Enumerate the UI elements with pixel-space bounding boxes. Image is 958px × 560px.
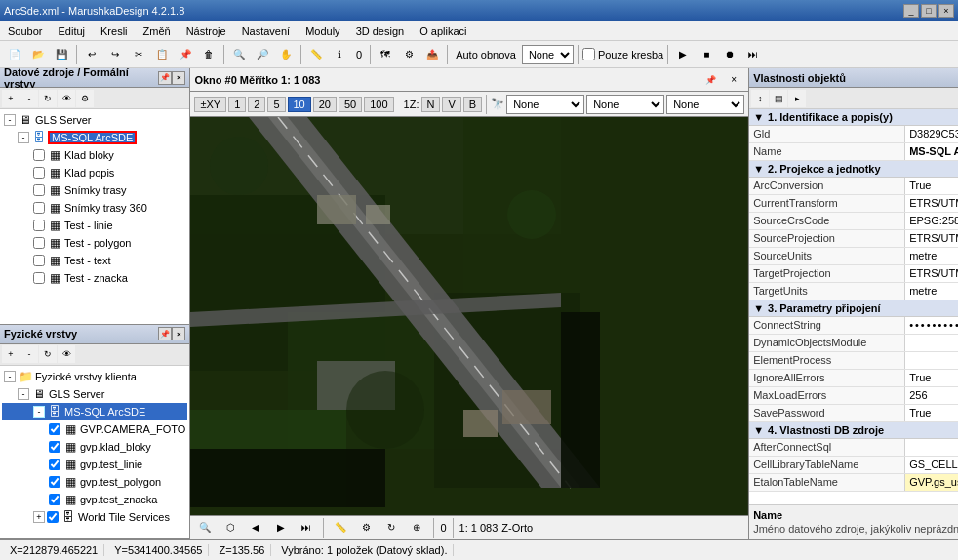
menu-kresli[interactable]: Kresli (93, 23, 136, 39)
menu-nastaveni[interactable]: Nastavení (234, 23, 299, 39)
info-button[interactable]: ℹ (329, 44, 350, 65)
menu-nastroje[interactable]: Nástroje (179, 23, 234, 39)
list-item[interactable]: ▦ gvp.test_polygon (2, 473, 187, 491)
undo-button[interactable]: ↩ (81, 44, 102, 65)
panel-pin-button[interactable]: 📌 (158, 71, 172, 85)
export-button[interactable]: 📤 (421, 44, 443, 65)
list-item[interactable]: ▦ Snímky trasy (2, 181, 187, 199)
physical-close-button[interactable]: × (172, 327, 185, 340)
layer-checkbox[interactable] (33, 272, 45, 284)
zoom-in-button[interactable]: 🔍 (228, 44, 250, 65)
props-expand-button[interactable]: ▸ (788, 90, 806, 107)
list-item[interactable]: ▦ GVP.CAMERA_FOTO (2, 420, 187, 438)
list-item[interactable]: ▦ Klad popis (2, 164, 187, 181)
list-item[interactable]: - 🗄 MS-SQL ArcSDE (2, 129, 187, 146)
view-combo-1[interactable]: None (506, 95, 584, 114)
props-sort-button[interactable]: ↕ (751, 90, 769, 107)
menu-o-aplikaci[interactable]: O aplikaci (412, 23, 474, 39)
layer-checkbox[interactable] (33, 149, 45, 161)
viewport-header-buttons[interactable]: 📌 × (699, 69, 744, 91)
list-item[interactable]: ▦ Test - znacka (2, 269, 187, 287)
ds-remove-button[interactable]: - (20, 90, 38, 107)
paste-button[interactable]: 📌 (175, 44, 196, 65)
layer-checkbox[interactable] (49, 476, 60, 488)
vb-extra[interactable]: ⊕ (406, 517, 427, 539)
viewport-close-button[interactable]: × (723, 69, 744, 91)
menu-moduly[interactable]: Moduly (298, 23, 347, 39)
vb-measure[interactable]: 📏 (330, 517, 351, 539)
list-item[interactable]: - 📁 Fyzické vrstvy klienta (2, 368, 187, 385)
props-section-4[interactable]: ▼ 4. Vlastnosti DB zdroje (749, 422, 958, 439)
prop-value[interactable]: MS-SQL ArcSDE (905, 143, 958, 160)
section-expand-4[interactable]: ▼ (753, 424, 764, 436)
prop-value[interactable]: metre (905, 283, 958, 300)
prop-value[interactable] (905, 439, 958, 456)
viewport-pin-button[interactable]: 📌 (699, 69, 721, 91)
list-item[interactable]: - 🖥 GLS Server (2, 111, 187, 129)
prop-value[interactable]: ETRS/UTM (905, 230, 958, 247)
layer-checkbox[interactable] (49, 441, 60, 453)
prop-value[interactable]: True (905, 370, 958, 386)
copy-button[interactable]: 📋 (151, 44, 173, 65)
layer-checkbox[interactable] (47, 511, 59, 523)
prop-value[interactable]: ETRS/UTM->ETRS/UTM (905, 195, 958, 212)
vb-zoom-in[interactable]: 🔍 (194, 517, 216, 539)
save-button[interactable]: 💾 (51, 44, 72, 65)
play-button[interactable]: ▶ (672, 44, 694, 65)
zoom-b-button[interactable]: B (463, 97, 482, 112)
expand-icon[interactable]: - (18, 388, 29, 400)
list-item[interactable]: ▦ Test - text (2, 252, 187, 269)
vb-refresh[interactable]: ↻ (380, 517, 402, 539)
ds-settings-button[interactable]: ⚙ (76, 90, 94, 107)
only-drawing-area[interactable]: Pouze kresba (582, 48, 663, 60)
list-item[interactable]: - 🖥 GLS Server (2, 385, 187, 403)
layer-checkbox[interactable] (49, 494, 60, 505)
title-bar-buttons[interactable]: _ □ × (903, 4, 954, 18)
zoom-10-button[interactable]: 10 (288, 97, 311, 112)
pan-button[interactable]: ✋ (275, 44, 297, 65)
prop-value[interactable]: ETRS/UTM (905, 265, 958, 282)
physical-pin-button[interactable]: 📌 (158, 327, 172, 340)
measure-button[interactable]: 📏 (305, 44, 327, 65)
zoom-50-button[interactable]: 50 (339, 97, 362, 112)
physical-tree[interactable]: - 📁 Fyzické vrstvy klienta - 🖥 GLS Serve… (0, 366, 189, 538)
vb-select[interactable]: ⬡ (220, 517, 241, 539)
record-button[interactable]: ⏺ (719, 44, 740, 65)
list-item[interactable]: - 🗄 MS-SQL ArcSDE (2, 403, 187, 420)
prop-value[interactable]: True (905, 405, 958, 421)
extra-button[interactable]: ⏭ (742, 44, 764, 65)
physical-panel-buttons[interactable]: 📌 × (158, 327, 185, 340)
panel-close-button[interactable]: × (172, 71, 185, 85)
list-item[interactable]: ▦ Test - linie (2, 217, 187, 234)
prop-value[interactable]: True (905, 178, 958, 194)
section-expand-3[interactable]: ▼ (753, 302, 764, 314)
only-drawing-checkbox[interactable] (582, 48, 595, 60)
stop-button[interactable]: ■ (696, 44, 717, 65)
view-combo-2[interactable]: None (586, 95, 664, 114)
cut-button[interactable]: ✂ (128, 44, 149, 65)
panel-size-buttons[interactable]: 📌 × (158, 71, 185, 85)
ds-eye-button[interactable]: 👁 (58, 90, 75, 107)
prop-value[interactable]: metre (905, 248, 958, 264)
prop-value[interactable] (905, 352, 958, 369)
expand-icon[interactable]: - (18, 132, 29, 143)
zoom-xy-button[interactable]: ±XY (194, 97, 226, 112)
list-item[interactable]: ▦ gvp.test_znacka (2, 491, 187, 508)
auto-combo[interactable]: None (522, 45, 574, 64)
close-button[interactable]: × (938, 4, 954, 18)
expand-icon[interactable]: - (4, 371, 16, 382)
layer-button[interactable]: 🗺 (375, 44, 396, 65)
prop-value[interactable]: GS_CELL (905, 457, 958, 473)
props-section-2[interactable]: ▼ 2. Projekce a jednotky (749, 161, 958, 178)
zoom-1-button[interactable]: 1 (228, 97, 246, 112)
vb-settings[interactable]: ⚙ (355, 517, 377, 539)
view-combo-3[interactable]: None (666, 95, 744, 114)
menu-3d-design[interactable]: 3D design (348, 23, 413, 39)
viewport-content[interactable] (190, 117, 748, 515)
expand-icon[interactable]: - (4, 114, 16, 126)
prop-value[interactable]: GVP.gs_used_etalon (905, 474, 958, 491)
settings-button[interactable]: ⚙ (398, 44, 419, 65)
layer-checkbox[interactable] (49, 459, 60, 470)
list-item[interactable]: ▦ gvp.klad_bloky (2, 438, 187, 456)
list-item[interactable]: ▦ Klad bloky (2, 146, 187, 164)
